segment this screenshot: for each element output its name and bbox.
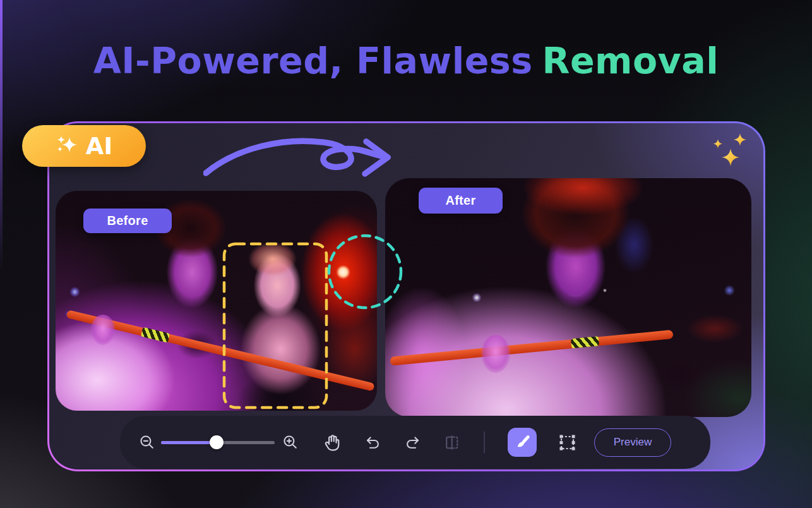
preview-button[interactable]: Preview — [594, 428, 671, 457]
zoom-out-icon — [139, 434, 156, 451]
pole-tape — [141, 327, 170, 343]
preview-button-label: Preview — [614, 436, 652, 449]
redo-arrow-icon — [404, 434, 421, 451]
hand-icon — [323, 433, 342, 452]
after-photo — [385, 178, 751, 417]
marquee-icon — [558, 433, 576, 452]
ai-badge: AI — [22, 125, 146, 167]
editor-toolbar: Preview — [120, 416, 710, 469]
pole-prop — [390, 330, 673, 366]
undo-button[interactable] — [364, 434, 381, 451]
pan-tool-button[interactable] — [323, 433, 342, 452]
sparkles-icon — [56, 133, 78, 159]
page: { "hero": { "title_part1": "AI-Powered, … — [0, 0, 812, 508]
brush-icon — [513, 433, 531, 451]
split-compare-icon — [443, 433, 461, 452]
triple-sparkle-icon — [706, 130, 759, 175]
redo-button[interactable] — [404, 434, 421, 451]
page-title-primary: AI-Powered, Flawless — [93, 40, 533, 82]
page-title: AI-Powered, FlawlessRemoval — [0, 40, 812, 81]
marquee-select-button[interactable] — [558, 433, 576, 452]
zoom-slider-knob[interactable] — [210, 435, 224, 449]
page-title-accent: Removal — [542, 40, 719, 82]
before-label: Before — [107, 214, 148, 228]
zoom-in-icon — [282, 434, 299, 451]
zoom-in-button[interactable] — [282, 434, 299, 451]
pole-tape — [571, 336, 599, 348]
zoom-slider-fill — [161, 441, 217, 444]
undo-arrow-icon — [364, 434, 381, 451]
hand-on-pole — [481, 335, 510, 373]
curly-arrow-icon — [203, 126, 399, 180]
before-label-pill: Before — [83, 209, 172, 233]
after-label-pill: After — [419, 188, 503, 214]
toolbar-divider — [484, 432, 485, 453]
brush-tool-button[interactable] — [508, 428, 537, 457]
ai-badge-label: AI — [86, 133, 112, 160]
compare-split-button[interactable] — [443, 433, 461, 452]
zoom-out-button[interactable] — [139, 434, 156, 451]
after-label: After — [445, 193, 475, 208]
zoom-slider[interactable] — [161, 435, 275, 450]
hand-on-pole — [91, 315, 115, 345]
